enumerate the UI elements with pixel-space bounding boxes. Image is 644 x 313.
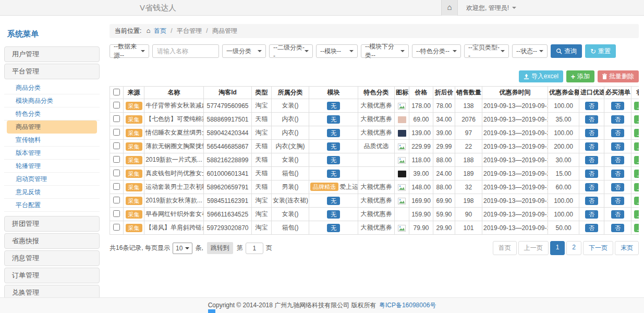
must-buy-cell-badge[interactable]: 否 <box>611 170 624 178</box>
filter-select-source[interactable]: --数据来源-- <box>110 44 149 58</box>
page-link-5[interactable]: 末页 <box>615 241 639 255</box>
page-number-input[interactable] <box>246 243 263 254</box>
page-link-0[interactable]: 首页 <box>493 241 517 255</box>
must-buy-cell-badge[interactable]: 否 <box>611 224 624 232</box>
row-checkbox[interactable] <box>113 183 120 190</box>
status-badge[interactable]: 上架 <box>634 224 639 232</box>
source-badge: 采集 <box>126 102 142 110</box>
row-checkbox[interactable] <box>113 170 120 176</box>
imported-cell-badge[interactable]: 否 <box>585 224 598 232</box>
category-cell: 女装() <box>272 153 309 167</box>
imported-cell-badge[interactable]: 否 <box>585 142 598 151</box>
filter-select-6[interactable]: --状态-- <box>512 44 548 58</box>
page-link-3[interactable]: 2 <box>566 241 581 255</box>
sidebar-group-bottom-4[interactable]: 兑换管理 <box>4 285 100 298</box>
sidebar-item-8[interactable]: 意见反馈 <box>4 186 100 199</box>
status-badge[interactable]: 上架 <box>634 142 639 151</box>
must-buy-cell-badge[interactable]: 否 <box>611 102 624 110</box>
must-buy-cell-badge[interactable]: 否 <box>611 142 624 151</box>
breadcrumb-home-link[interactable]: 首页 <box>154 27 166 34</box>
status-badge[interactable]: 上架 <box>634 170 639 178</box>
table-row: 采集运动套装男士卫衣初秋...589620659791天猫男装()品牌精选爱上运… <box>110 180 639 194</box>
reset-button[interactable]: ↻ 重置 <box>585 44 616 58</box>
filter-select-4[interactable]: --特色分类-- <box>412 44 461 58</box>
row-checkbox[interactable] <box>113 142 120 149</box>
sidebar-item-7[interactable]: 启动页管理 <box>4 173 100 186</box>
search-button[interactable]: 查询 <box>551 44 582 58</box>
user-menu[interactable]: 欢迎您, 管理员! <box>466 4 516 13</box>
name-search-input[interactable] <box>152 44 219 58</box>
batch-delete-button[interactable]: 批量删除 <box>598 70 639 82</box>
import-excel-button[interactable]: 导入excel <box>519 70 563 82</box>
status-badge[interactable]: 上架 <box>634 156 639 164</box>
must-buy-cell-badge[interactable]: 否 <box>611 129 624 137</box>
sidebar-item-9[interactable]: 平台配置 <box>4 199 100 212</box>
price-cell: 229.99 <box>409 140 433 153</box>
filter-select-3[interactable]: --模块下分类-- <box>361 44 409 58</box>
filter-select-0[interactable]: 一级分类 <box>222 44 266 58</box>
price-cell: 148.00 <box>409 180 433 194</box>
filter-select-5[interactable]: --宝贝类型-- <box>464 44 509 58</box>
icp-link[interactable]: 粤ICP备16098006号 <box>379 302 436 309</box>
module-cell: 无 <box>309 126 358 140</box>
row-checkbox[interactable] <box>113 210 120 217</box>
imported-cell: 否 <box>579 140 604 153</box>
must-buy-cell-badge[interactable]: 否 <box>611 210 624 219</box>
filter-select-2[interactable]: --模块-- <box>316 44 358 58</box>
sidebar-group-0[interactable]: 用户管理 <box>4 46 100 62</box>
imported-cell-badge[interactable]: 否 <box>585 115 598 124</box>
select-all-checkbox[interactable] <box>113 89 120 95</box>
status-badge[interactable]: 上架 <box>634 210 639 219</box>
row-checkbox[interactable] <box>113 197 120 203</box>
row-checkbox[interactable] <box>113 156 120 163</box>
type-cell: 淘宝 <box>252 126 272 140</box>
page-link-4[interactable]: 下一页 <box>583 241 613 255</box>
row-checkbox[interactable] <box>113 224 120 231</box>
name-cell: 【港风】单肩斜跨链条... <box>144 221 204 235</box>
row-checkbox[interactable] <box>113 102 120 109</box>
imported-cell-badge[interactable]: 否 <box>585 129 598 137</box>
imported-cell-badge[interactable]: 否 <box>585 170 598 178</box>
status-badge[interactable]: 上架 <box>634 115 639 124</box>
sidebar-item-6[interactable]: 轮播管理 <box>4 160 100 173</box>
add-button[interactable]: + 添加 <box>566 70 594 82</box>
source-cell: 采集 <box>124 113 144 126</box>
status-badge[interactable]: 上架 <box>634 183 639 191</box>
imported-cell-badge[interactable]: 否 <box>585 210 598 219</box>
must-buy-cell-badge[interactable]: 否 <box>611 115 624 124</box>
jump-button[interactable]: 跳转到 <box>207 242 233 254</box>
page-link-1[interactable]: 上一页 <box>518 241 549 255</box>
filter-select-1[interactable]: --二级分类-- <box>269 44 313 58</box>
must-buy-cell-badge[interactable]: 否 <box>611 197 624 205</box>
sidebar-item-5[interactable]: 版本管理 <box>4 147 100 160</box>
sidebar-item-4[interactable]: 宣传物料 <box>4 134 100 147</box>
sidebar-item-3[interactable]: 商品管理 <box>7 121 97 134</box>
must-buy-cell-badge[interactable]: 否 <box>611 156 624 164</box>
sidebar-group-1[interactable]: 平台管理 <box>4 64 100 79</box>
imported-cell-badge[interactable]: 否 <box>585 197 598 205</box>
imported-cell-badge[interactable]: 否 <box>585 102 598 110</box>
category-cell: 内衣(文胸) <box>272 140 309 153</box>
status-badge[interactable]: 上架 <box>634 102 639 110</box>
sidebar-item-0[interactable]: 商品分类 <box>4 81 100 94</box>
imported-cell-badge[interactable]: 否 <box>585 156 598 164</box>
imported-cell-badge[interactable]: 否 <box>585 183 598 191</box>
feature-cell: 大额优惠券 <box>358 208 395 221</box>
sidebar-item-2[interactable]: 特色分类 <box>4 107 100 121</box>
sidebar-group-bottom-3[interactable]: 订单管理 <box>4 268 100 283</box>
status-badge[interactable]: 上架 <box>634 129 639 137</box>
sidebar-group-bottom-0[interactable]: 拼团管理 <box>4 216 100 232</box>
row-checkbox[interactable] <box>113 129 120 136</box>
page-link-2[interactable]: 1 <box>550 241 565 255</box>
source-cell: 采集 <box>124 194 144 208</box>
must-buy-cell-badge[interactable]: 否 <box>611 183 624 191</box>
sidebar-group-bottom-2[interactable]: 消息管理 <box>4 250 100 266</box>
home-button[interactable]: ⌂ <box>441 0 458 16</box>
per-page-select[interactable]: 10 <box>173 243 192 254</box>
sidebar-item-1[interactable]: 模块商品分类 <box>4 94 100 107</box>
product-thumbnail <box>398 116 406 123</box>
coupon-amount-cell: 100.00 <box>548 194 579 208</box>
sidebar-group-bottom-1[interactable]: 省惠快报 <box>4 233 100 249</box>
status-badge[interactable]: 上架 <box>634 197 639 205</box>
row-checkbox[interactable] <box>113 115 120 122</box>
